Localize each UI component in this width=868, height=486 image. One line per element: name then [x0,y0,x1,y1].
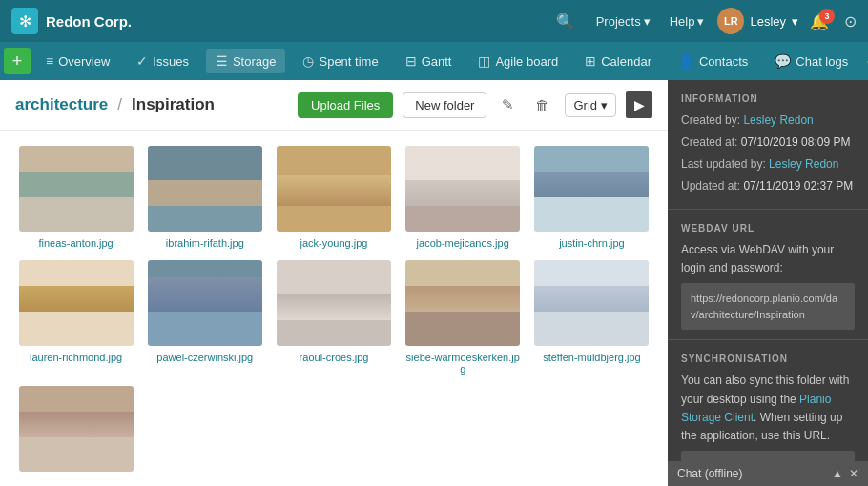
toolbar-chat-logs[interactable]: 💬 Chat logs [765,49,858,73]
webdav-title: WEBDAV URL [681,223,855,233]
thumbnail-inner [277,146,391,232]
file-thumbnail [19,260,134,346]
toolbar-spent-time[interactable]: ◷ Spent time [293,49,387,73]
toolbar-overview[interactable]: ≡ Overview [36,49,119,73]
agile-icon: ◫ [478,53,490,69]
created-by-row: Created by: Lesley Redon [681,111,855,129]
file-item[interactable]: siebe-warmoeskerken.jpg [403,260,524,375]
last-updated-by-row: Last updated by: Lesley Redon [681,155,855,172]
info-title: INFORMATION [681,93,855,104]
trash-icon: 🗑 [535,97,549,113]
file-item[interactable]: pawel-czerwinski.jpg [144,260,265,375]
toolbar-calendar[interactable]: ⊞ Calendar [575,49,661,73]
top-navigation: ✻ Redon Corp. 🔍 Projects ▾ Help ▾ LR Les… [0,0,868,42]
updated-at-row: Updated at: 07/11/2019 02:37 PM [681,177,855,194]
thumbnail-inner [405,146,520,232]
file-name: raoul-croes.jpg [300,352,369,363]
file-item[interactable]: jack-young.jpg [273,146,394,249]
planio-storage-client-link[interactable]: Planio Storage Client [681,393,831,424]
created-at-row: Created at: 07/10/2019 08:09 PM [681,133,855,151]
file-thumbnail [405,146,520,232]
contacts-icon: 👤 [678,53,694,69]
thumbnail-inner [534,260,649,346]
add-button[interactable]: + [4,48,31,74]
thumbnail-inner [148,260,262,346]
avatar: LR [717,8,744,34]
file-name: siebe-warmoeskerken.jpg [405,352,520,375]
file-thumbnail [277,146,391,232]
breadcrumb-bar: architecture / Inspiration Upload Files … [0,80,668,131]
projects-nav[interactable]: Projects ▾ [590,10,656,32]
file-thumbnail [19,386,134,472]
chat-icon: 💬 [775,53,791,69]
file-item[interactable] [15,386,136,477]
file-thumbnail [148,260,262,346]
content-area: architecture / Inspiration Upload Files … [0,80,668,486]
side-panel: INFORMATION Created by: Lesley Redon Cre… [668,80,868,486]
upload-files-button[interactable]: Upload Files [298,92,393,118]
notifications-bell[interactable]: 🔔 3 [810,12,829,30]
edit-button[interactable]: ✎ [496,92,520,117]
toolbar-issues[interactable]: ✓ Issues [127,49,198,73]
file-grid: fineas-anton.jpgibrahim-rifath.jpgjack-y… [0,131,668,486]
breadcrumb-parent[interactable]: architecture [15,95,108,114]
calendar-icon: ⊞ [585,53,596,69]
file-thumbnail [534,146,649,232]
file-item[interactable]: steffen-muldbjerg.jpg [531,260,652,375]
chat-close-icon[interactable]: ✕ [849,467,858,480]
chat-expand-icon[interactable]: ▲ [832,467,843,480]
issues-icon: ✓ [136,53,148,69]
info-section: INFORMATION Created by: Lesley Redon Cre… [668,80,868,210]
file-name: ibrahim-rifath.jpg [166,237,244,249]
toolbar-contacts[interactable]: 👤 Contacts [669,49,757,73]
file-name: jacob-mejicanos.jpg [417,237,509,249]
delete-button[interactable]: 🗑 [529,93,555,117]
main-layout: architecture / Inspiration Upload Files … [0,80,868,486]
chat-bar-icons: ▲ ✕ [832,467,858,480]
gantt-icon: ⊟ [405,53,417,69]
file-thumbnail [534,260,649,346]
company-name: Redon Corp. [46,13,132,30]
chevron-down-icon: ▾ [697,14,704,29]
file-name: jack-young.jpg [300,237,368,249]
overview-icon: ≡ [46,53,53,69]
thumbnail-inner [19,146,134,232]
file-item[interactable]: fineas-anton.jpg [15,146,136,249]
nav-prev-button[interactable]: ◀ [861,49,868,73]
breadcrumb-current: Inspiration [132,95,215,114]
file-thumbnail [405,260,520,346]
webdav-section: WEBDAV URL Access via WebDAV with your l… [668,210,868,340]
search-icon[interactable]: 🔍 [556,12,575,30]
toolbar-agile-board[interactable]: ◫ Agile board [468,49,568,73]
chat-label: Chat (offline) [677,467,742,480]
logo-area[interactable]: ✻ Redon Corp. [11,8,132,34]
file-thumbnail [19,146,134,232]
new-folder-button[interactable]: New folder [403,92,486,118]
clock-icon[interactable]: ⊙ [844,12,857,30]
toolbar: + ≡ Overview ✓ Issues ☰ Storage ◷ Spent … [0,42,868,80]
file-name: fineas-anton.jpg [38,237,113,249]
toolbar-storage[interactable]: ☰ Storage [206,49,286,73]
chevron-down-icon: ▾ [601,98,608,112]
help-nav[interactable]: Help ▾ [664,10,711,32]
chevron-down-icon: ▾ [644,14,651,29]
webdav-url-box[interactable]: https://redoncorp.planio.com/dav/archite… [681,283,855,330]
view-mode-dropdown[interactable]: Grid ▾ [565,93,616,117]
file-item[interactable]: lauren-richmond.jpg [15,260,136,375]
toolbar-gantt[interactable]: ⊟ Gantt [396,49,462,73]
breadcrumb-separator: / [117,95,122,114]
file-item[interactable]: ibrahim-rifath.jpg [144,146,265,249]
file-item[interactable]: raoul-croes.jpg [273,260,394,375]
edit-icon: ✎ [502,96,514,112]
file-item[interactable]: justin-chrn.jpg [531,146,652,249]
file-thumbnail [277,260,391,346]
sync-description: You can also sync this folder with your … [681,372,855,445]
user-menu[interactable]: LR Lesley ▾ [717,8,798,34]
toggle-panel-button[interactable]: ▶ [626,91,652,118]
thumbnail-inner [277,260,391,346]
file-item[interactable]: jacob-mejicanos.jpg [403,146,524,249]
logo-icon: ✻ [11,8,38,34]
thumbnail-inner [405,260,520,346]
notification-count: 3 [819,9,835,24]
chevron-down-icon: ▾ [792,14,798,29]
